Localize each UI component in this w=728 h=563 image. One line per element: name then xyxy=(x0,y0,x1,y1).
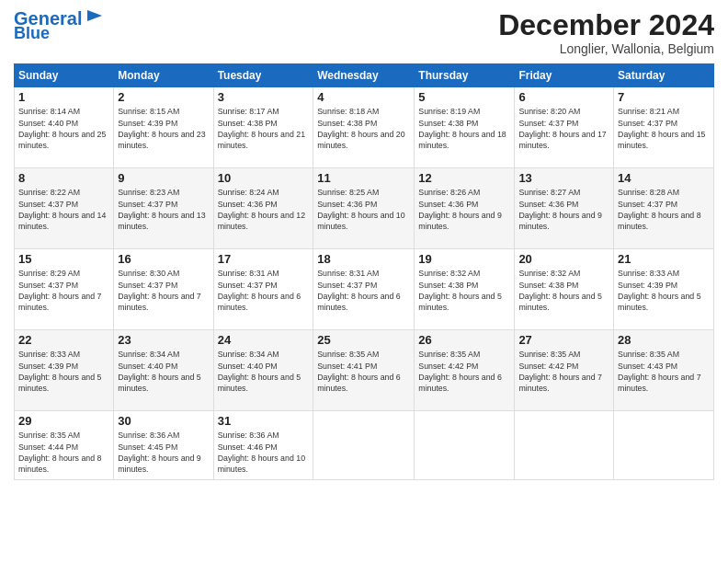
day-number: 9 xyxy=(118,171,209,185)
day-number: 15 xyxy=(18,252,109,266)
calendar-table: Sunday Monday Tuesday Wednesday Thursday… xyxy=(14,63,714,480)
day-number: 12 xyxy=(418,171,510,185)
page: General Blue December 2024 Longlier, Wal… xyxy=(0,0,728,563)
day-number: 4 xyxy=(317,90,410,104)
table-row: 10 Sunrise: 8:24 AMSunset: 4:36 PMDaylig… xyxy=(213,168,313,249)
table-row: 21 Sunrise: 8:33 AMSunset: 4:39 PMDaylig… xyxy=(614,249,714,330)
day-info: Sunrise: 8:35 AMSunset: 4:43 PMDaylight:… xyxy=(618,350,700,393)
day-number: 8 xyxy=(18,171,109,185)
table-row: 3 Sunrise: 8:17 AMSunset: 4:38 PMDayligh… xyxy=(213,87,313,168)
table-row: 30 Sunrise: 8:36 AMSunset: 4:45 PMDaylig… xyxy=(114,411,213,480)
month-title: December 2024 xyxy=(498,9,714,41)
table-row xyxy=(614,411,714,480)
day-info: Sunrise: 8:24 AMSunset: 4:36 PMDaylight:… xyxy=(218,188,305,231)
table-row: 18 Sunrise: 8:31 AMSunset: 4:37 PMDaylig… xyxy=(313,249,415,330)
day-info: Sunrise: 8:28 AMSunset: 4:37 PMDaylight:… xyxy=(618,188,700,231)
day-number: 16 xyxy=(118,252,209,266)
table-row: 8 Sunrise: 8:22 AMSunset: 4:37 PMDayligh… xyxy=(15,168,114,249)
day-number: 5 xyxy=(418,90,510,104)
day-info: Sunrise: 8:17 AMSunset: 4:38 PMDaylight:… xyxy=(218,107,305,150)
day-info: Sunrise: 8:34 AMSunset: 4:40 PMDaylight:… xyxy=(118,350,200,393)
day-number: 1 xyxy=(18,90,109,104)
table-row: 2 Sunrise: 8:15 AMSunset: 4:39 PMDayligh… xyxy=(114,87,213,168)
table-row: 29 Sunrise: 8:35 AMSunset: 4:44 PMDaylig… xyxy=(15,411,114,480)
table-row: 5 Sunrise: 8:19 AMSunset: 4:38 PMDayligh… xyxy=(415,87,515,168)
table-row: 19 Sunrise: 8:32 AMSunset: 4:38 PMDaylig… xyxy=(415,249,515,330)
logo: General Blue xyxy=(14,9,104,41)
day-number: 13 xyxy=(518,171,609,185)
day-info: Sunrise: 8:19 AMSunset: 4:38 PMDaylight:… xyxy=(418,107,506,150)
table-row xyxy=(515,411,614,480)
title-block: December 2024 Longlier, Wallonia, Belgiu… xyxy=(498,9,714,56)
day-number: 22 xyxy=(18,333,109,347)
day-number: 30 xyxy=(118,414,209,428)
col-friday: Friday xyxy=(515,64,614,87)
col-monday: Monday xyxy=(114,64,213,87)
table-row: 11 Sunrise: 8:25 AMSunset: 4:36 PMDaylig… xyxy=(313,168,415,249)
day-info: Sunrise: 8:25 AMSunset: 4:36 PMDaylight:… xyxy=(317,188,404,231)
day-info: Sunrise: 8:31 AMSunset: 4:37 PMDaylight:… xyxy=(218,269,301,312)
day-number: 3 xyxy=(218,90,310,104)
col-wednesday: Wednesday xyxy=(313,64,415,87)
day-info: Sunrise: 8:32 AMSunset: 4:38 PMDaylight:… xyxy=(518,269,601,312)
table-row: 16 Sunrise: 8:30 AMSunset: 4:37 PMDaylig… xyxy=(114,249,213,330)
day-number: 23 xyxy=(118,333,209,347)
day-info: Sunrise: 8:31 AMSunset: 4:37 PMDaylight:… xyxy=(317,269,400,312)
day-info: Sunrise: 8:35 AMSunset: 4:42 PMDaylight:… xyxy=(418,350,501,393)
day-info: Sunrise: 8:18 AMSunset: 4:38 PMDaylight:… xyxy=(317,107,404,150)
day-info: Sunrise: 8:34 AMSunset: 4:40 PMDaylight:… xyxy=(218,350,301,393)
table-row: 12 Sunrise: 8:26 AMSunset: 4:36 PMDaylig… xyxy=(415,168,515,249)
day-number: 20 xyxy=(518,252,609,266)
day-number: 19 xyxy=(418,252,510,266)
logo-blue-text: Blue xyxy=(14,25,50,41)
day-number: 28 xyxy=(618,333,710,347)
col-thursday: Thursday xyxy=(415,64,515,87)
day-number: 10 xyxy=(218,171,310,185)
day-info: Sunrise: 8:23 AMSunset: 4:37 PMDaylight:… xyxy=(118,188,205,231)
day-number: 17 xyxy=(218,252,310,266)
day-info: Sunrise: 8:14 AMSunset: 4:40 PMDaylight:… xyxy=(18,107,106,150)
logo-flag-icon xyxy=(84,8,104,27)
day-number: 14 xyxy=(618,171,710,185)
table-row: 28 Sunrise: 8:35 AMSunset: 4:43 PMDaylig… xyxy=(614,330,714,411)
location: Longlier, Wallonia, Belgium xyxy=(498,41,714,56)
day-number: 7 xyxy=(618,90,710,104)
table-row: 14 Sunrise: 8:28 AMSunset: 4:37 PMDaylig… xyxy=(614,168,714,249)
col-tuesday: Tuesday xyxy=(213,64,313,87)
day-number: 18 xyxy=(317,252,410,266)
calendar-header-row: Sunday Monday Tuesday Wednesday Thursday… xyxy=(15,64,714,87)
table-row: 15 Sunrise: 8:29 AMSunset: 4:37 PMDaylig… xyxy=(15,249,114,330)
day-info: Sunrise: 8:32 AMSunset: 4:38 PMDaylight:… xyxy=(418,269,501,312)
col-saturday: Saturday xyxy=(614,64,714,87)
day-info: Sunrise: 8:27 AMSunset: 4:36 PMDaylight:… xyxy=(518,188,601,231)
table-row: 9 Sunrise: 8:23 AMSunset: 4:37 PMDayligh… xyxy=(114,168,213,249)
day-info: Sunrise: 8:36 AMSunset: 4:45 PMDaylight:… xyxy=(118,431,200,474)
day-info: Sunrise: 8:36 AMSunset: 4:46 PMDaylight:… xyxy=(218,431,305,474)
day-number: 26 xyxy=(418,333,510,347)
day-number: 6 xyxy=(518,90,609,104)
day-info: Sunrise: 8:15 AMSunset: 4:39 PMDaylight:… xyxy=(118,107,205,150)
day-info: Sunrise: 8:33 AMSunset: 4:39 PMDaylight:… xyxy=(618,269,700,312)
day-number: 24 xyxy=(218,333,310,347)
table-row: 23 Sunrise: 8:34 AMSunset: 4:40 PMDaylig… xyxy=(114,330,213,411)
table-row: 25 Sunrise: 8:35 AMSunset: 4:41 PMDaylig… xyxy=(313,330,415,411)
day-number: 31 xyxy=(218,414,310,428)
day-number: 21 xyxy=(618,252,710,266)
svg-marker-0 xyxy=(87,10,102,21)
day-info: Sunrise: 8:26 AMSunset: 4:36 PMDaylight:… xyxy=(418,188,501,231)
day-info: Sunrise: 8:35 AMSunset: 4:41 PMDaylight:… xyxy=(317,350,400,393)
table-row: 31 Sunrise: 8:36 AMSunset: 4:46 PMDaylig… xyxy=(213,411,313,480)
table-row: 6 Sunrise: 8:20 AMSunset: 4:37 PMDayligh… xyxy=(515,87,614,168)
table-row: 13 Sunrise: 8:27 AMSunset: 4:36 PMDaylig… xyxy=(515,168,614,249)
table-row: 22 Sunrise: 8:33 AMSunset: 4:39 PMDaylig… xyxy=(15,330,114,411)
day-number: 11 xyxy=(317,171,410,185)
table-row: 24 Sunrise: 8:34 AMSunset: 4:40 PMDaylig… xyxy=(213,330,313,411)
header: General Blue December 2024 Longlier, Wal… xyxy=(14,9,714,56)
day-number: 29 xyxy=(18,414,109,428)
day-info: Sunrise: 8:35 AMSunset: 4:44 PMDaylight:… xyxy=(18,431,101,474)
day-number: 25 xyxy=(317,333,410,347)
table-row: 20 Sunrise: 8:32 AMSunset: 4:38 PMDaylig… xyxy=(515,249,614,330)
day-number: 27 xyxy=(518,333,609,347)
day-info: Sunrise: 8:22 AMSunset: 4:37 PMDaylight:… xyxy=(18,188,106,231)
day-info: Sunrise: 8:30 AMSunset: 4:37 PMDaylight:… xyxy=(118,269,200,312)
